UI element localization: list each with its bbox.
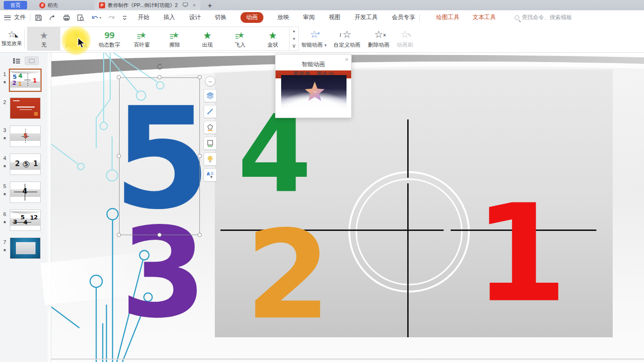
delete-animation-button[interactable]: ☆× 删除动画 (364, 27, 393, 51)
anim-effect-none[interactable]: ★ 无 (28, 27, 60, 50)
slide-pane-toggle[interactable] (25, 56, 39, 65)
anim-effect-dynamic-number[interactable]: 99 动态数字 (93, 27, 126, 50)
menu-bar: 文件 开始 插入 设计 切换 动画 放映 审阅 视图 开发工具 会员专享 绘图工… (0, 10, 644, 25)
menu-member[interactable]: 会员专享 (392, 14, 415, 21)
slide-bottom-edge (51, 359, 644, 360)
panel-scrollbar[interactable] (48, 53, 51, 362)
anim-effect-fly-in[interactable]: ★ 飞入 (224, 27, 256, 50)
crosshair-vertical-line[interactable] (407, 119, 409, 178)
animation-star-indicator: ★ (2, 192, 7, 196)
slide-thumbnail[interactable]: 2 5 1 (10, 153, 41, 175)
smart-star-icon: ☆✦ (310, 29, 319, 41)
slide-thumbnail[interactable]: 3 5 4 1 2 (10, 209, 41, 231)
menu-file[interactable]: 文件 (14, 14, 26, 21)
tab-document[interactable]: P 教你制作《PP...倒计时功能》2 × (94, 0, 200, 10)
slide-thumbnail[interactable]: 5 (10, 125, 41, 147)
toolbar-more-icon[interactable] (122, 14, 127, 21)
slide-item-7[interactable]: 7 ★ (0, 237, 51, 265)
close-icon[interactable]: × (345, 56, 348, 63)
resize-handle-sw[interactable] (117, 233, 121, 237)
print-preview-button[interactable] (77, 14, 85, 21)
idea-bulb-button[interactable] (204, 153, 217, 166)
preview-effects-button[interactable]: ☆◣ 预览效果 (1, 27, 22, 51)
anim-effect-appear[interactable]: ★ 出现 (191, 27, 224, 50)
slide-item-3[interactable]: 3 ★ 5 (0, 125, 51, 153)
redo-button[interactable] (108, 14, 116, 21)
outline-view-icon[interactable] (13, 58, 20, 63)
anim-effect-blinds[interactable]: ★ 百叶窗 (126, 27, 158, 50)
slide-item-2[interactable]: 2 (0, 97, 51, 125)
resize-handle-ne[interactable] (198, 75, 202, 79)
resize-handle-n[interactable] (157, 75, 162, 79)
search-icon (515, 15, 519, 20)
menu-devtools[interactable]: 开发工具 (354, 14, 378, 21)
resize-handle-se[interactable] (198, 233, 202, 237)
menu-view[interactable]: 视图 (329, 14, 340, 21)
anim-effect-box[interactable]: ★ 盒状 (256, 27, 289, 50)
text-tool-button[interactable]: A (204, 168, 217, 181)
countdown-number-1[interactable]: 1 (474, 187, 567, 321)
menu-drawing-tools[interactable]: 绘图工具 (436, 14, 460, 21)
slide-thumbnail[interactable]: 4 (10, 181, 41, 203)
custom-star-icon: ☆/ (343, 29, 352, 41)
resize-handle-w[interactable] (117, 154, 121, 158)
slide-item-4[interactable]: 4 ★ 2 5 1 (0, 153, 51, 181)
monitor-icon[interactable] (183, 2, 188, 8)
close-tab-icon[interactable]: × (193, 2, 196, 8)
resize-handle-s[interactable] (157, 233, 162, 237)
shape-outline-button[interactable] (204, 137, 217, 150)
gallery-scroll-up[interactable]: ▲ (290, 27, 298, 35)
resize-handle-e[interactable] (198, 154, 202, 158)
star-brush-icon: ☆✎ (401, 29, 410, 41)
selection-box[interactable] (119, 77, 200, 235)
gallery-expand-button[interactable]: ▼ (290, 42, 298, 50)
rotate-handle-icon[interactable] (156, 63, 163, 72)
divider (30, 14, 30, 21)
undo-button[interactable] (91, 14, 102, 21)
slide-thumbnail[interactable]: 5 4 2 1 1 (10, 70, 41, 91)
export-button[interactable] (49, 14, 57, 21)
slide-thumbnail[interactable] (10, 97, 41, 119)
slide-item-5[interactable]: 5 ★ 4 (0, 181, 51, 209)
slide-item-1[interactable]: 1 ★ 5 4 2 1 1 (0, 69, 51, 97)
anim-effect-flash-once[interactable]: ★ 闪烁一次 (60, 27, 93, 50)
menu-transition[interactable]: 切换 (215, 14, 226, 21)
mouse-cursor-icon (78, 37, 86, 51)
new-tab-button[interactable]: + (208, 1, 212, 9)
shape-fill-button[interactable] (204, 121, 217, 134)
divider (419, 14, 420, 21)
tab-docer[interactable]: d 稻壳 (39, 2, 58, 9)
star-cursor-icon: ☆◣ (7, 30, 15, 39)
custom-animation-button[interactable]: ☆/ 自定义动画 (331, 27, 363, 51)
menu-insert[interactable]: 插入 (163, 14, 175, 21)
menu-slideshow[interactable]: 放映 (277, 14, 289, 21)
slide-thumbnail[interactable] (10, 237, 41, 259)
menu-text-tools[interactable]: 文本工具 (473, 14, 496, 21)
countdown-number-2[interactable]: 2 (246, 215, 331, 337)
tab-home[interactable]: 首页 (4, 1, 27, 9)
star-icon: ★ (269, 29, 277, 41)
gallery-scroll-down[interactable]: ▼ (290, 35, 298, 43)
menu-review[interactable]: 审阅 (303, 14, 315, 21)
star-icon: ★ (237, 30, 244, 41)
star-icon: ★ (172, 30, 179, 41)
smart-animation-button[interactable]: ☆✦ 智能动画▼ (299, 27, 330, 51)
hamburger-icon[interactable] (4, 15, 11, 20)
print-button[interactable] (63, 14, 71, 21)
search-input[interactable]: 查找命令、搜索模板 (515, 14, 572, 21)
slide-item-6[interactable]: 6 ★ 3 5 4 1 2 (0, 209, 51, 237)
collapse-toolbar-button[interactable]: – (205, 76, 215, 86)
anim-effect-wipe[interactable]: ★ 擦除 (158, 27, 191, 50)
format-brush-button[interactable] (204, 105, 217, 118)
menu-design[interactable]: 设计 (189, 14, 201, 21)
crosshair-vertical-line[interactable] (407, 183, 409, 337)
save-button[interactable] (35, 14, 42, 21)
menu-animation[interactable]: 动画 (241, 12, 263, 23)
menu-start[interactable]: 开始 (138, 14, 149, 21)
animation-star-indicator: ★ (2, 136, 7, 140)
layers-button[interactable] (204, 89, 217, 102)
star-icon: ★ (139, 30, 146, 41)
svg-text:A: A (207, 172, 210, 176)
docer-logo-icon: d (39, 2, 45, 8)
resize-handle-nw[interactable] (117, 75, 121, 79)
